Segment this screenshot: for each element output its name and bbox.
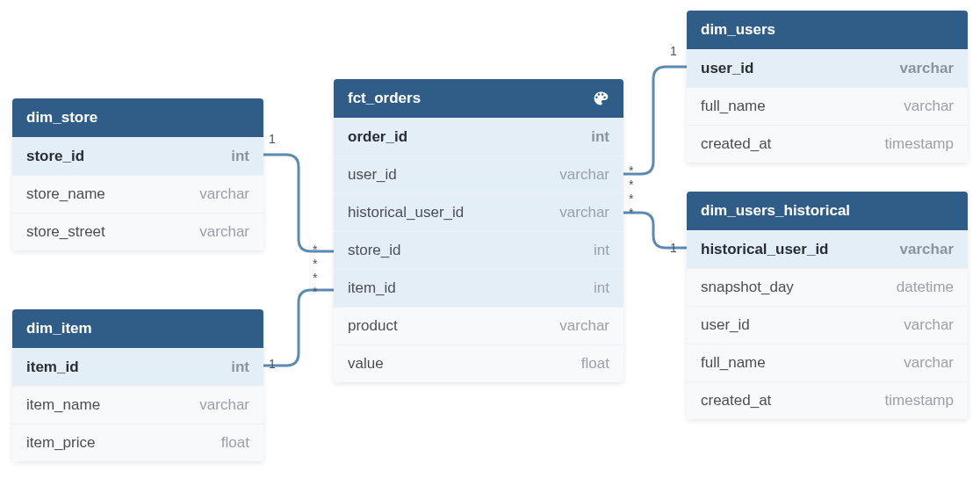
- table-row: item_name varchar: [12, 386, 263, 424]
- cardinality-one: 1: [670, 44, 677, 58]
- cardinality-many: *: [313, 285, 317, 299]
- column-type: timestamp: [885, 392, 954, 410]
- cardinality-many: *: [313, 257, 317, 271]
- column-name: store_id: [348, 242, 400, 259]
- table-row: value float: [334, 344, 623, 382]
- cardinality-many: *: [313, 243, 317, 257]
- cardinality-one: 1: [269, 357, 276, 371]
- table-row: store_name varchar: [12, 175, 263, 213]
- table-row: historical_user_id varchar: [687, 230, 968, 268]
- column-name: snapshot_day: [701, 279, 794, 296]
- cardinality-many: *: [629, 163, 633, 178]
- table-title: dim_store: [12, 98, 263, 137]
- column-name: user_id: [348, 166, 397, 184]
- table-row: full_name varchar: [687, 344, 968, 381]
- table-row: product varchar: [334, 307, 623, 344]
- table-row: user_id varchar: [334, 156, 623, 193]
- column-name: created_at: [701, 135, 771, 153]
- table-dim-users-historical[interactable]: dim_users_historical historical_user_id …: [687, 192, 968, 419]
- column-type: int: [231, 359, 249, 376]
- table-title-label: dim_users: [701, 21, 775, 39]
- column-type: timestamp: [885, 135, 954, 153]
- table-row: snapshot_day datetime: [687, 268, 968, 306]
- er-diagram-canvas: 1 * * 1 * * 1 * * 1 * * dim_store store_…: [0, 0, 980, 493]
- table-row: store_id int: [334, 231, 623, 269]
- column-type: varchar: [904, 316, 954, 334]
- cardinality-many: *: [629, 192, 633, 206]
- table-title-label: dim_users_historical: [701, 202, 850, 220]
- column-name: item_name: [26, 396, 100, 414]
- table-dim-item[interactable]: dim_item item_id int item_name varchar i…: [12, 309, 263, 461]
- column-name: user_id: [701, 60, 753, 77]
- column-type: varchar: [199, 185, 249, 203]
- column-type: int: [594, 242, 609, 259]
- table-title-label: dim_store: [26, 109, 97, 127]
- cardinality-many: *: [629, 178, 633, 192]
- column-type: varchar: [900, 60, 954, 77]
- column-type: varchar: [559, 204, 609, 221]
- cardinality-many: *: [313, 271, 317, 285]
- table-row: user_id varchar: [687, 306, 968, 344]
- table-title: dim_users: [687, 11, 968, 49]
- table-row: created_at timestamp: [687, 125, 968, 163]
- table-dim-users[interactable]: dim_users user_id varchar full_name varc…: [687, 11, 968, 163]
- table-row: item_price float: [12, 424, 263, 461]
- cardinality-one: 1: [670, 241, 677, 255]
- table-row: full_name varchar: [687, 87, 968, 125]
- column-name: item_id: [26, 359, 79, 376]
- column-name: historical_user_id: [701, 241, 829, 258]
- column-type: varchar: [904, 354, 954, 372]
- column-name: value: [348, 355, 384, 373]
- table-row: item_id int: [334, 269, 623, 307]
- table-title-label: dim_item: [26, 320, 92, 337]
- table-title-label: fct_orders: [348, 90, 421, 107]
- table-row: historical_user_id varchar: [334, 193, 623, 231]
- table-title: dim_users_historical: [687, 192, 968, 230]
- column-type: varchar: [559, 317, 609, 335]
- column-name: store_name: [26, 185, 105, 203]
- cardinality-many: *: [629, 206, 633, 220]
- column-type: int: [594, 279, 609, 297]
- table-title: fct_orders: [334, 79, 623, 118]
- column-name: product: [348, 317, 398, 335]
- table-dim-store[interactable]: dim_store store_id int store_name varcha…: [12, 98, 263, 250]
- column-type: int: [591, 128, 609, 146]
- column-name: created_at: [701, 392, 771, 410]
- column-type: varchar: [199, 396, 249, 414]
- column-type: varchar: [900, 241, 954, 258]
- palette-icon: [592, 90, 609, 107]
- table-title: dim_item: [12, 309, 263, 348]
- column-type: int: [231, 148, 249, 165]
- table-fct-orders[interactable]: fct_orders order_id int user_id varchar …: [334, 79, 623, 382]
- column-name: store_street: [26, 223, 105, 241]
- table-row: created_at timestamp: [687, 381, 968, 419]
- table-row: user_id varchar: [687, 49, 968, 87]
- column-name: full_name: [701, 98, 766, 115]
- table-row: item_id int: [12, 348, 263, 386]
- cardinality-one: 1: [269, 132, 276, 146]
- column-name: item_price: [26, 434, 95, 452]
- column-type: float: [221, 434, 249, 452]
- table-row: order_id int: [334, 118, 623, 156]
- column-type: datetime: [897, 279, 954, 296]
- column-name: store_id: [26, 148, 84, 165]
- table-row: store_street varchar: [12, 213, 263, 250]
- column-type: varchar: [559, 166, 609, 184]
- column-name: historical_user_id: [348, 204, 464, 221]
- column-name: user_id: [701, 316, 750, 334]
- column-name: item_id: [348, 279, 396, 297]
- column-name: order_id: [348, 128, 407, 146]
- column-type: varchar: [199, 223, 249, 241]
- table-row: store_id int: [12, 137, 263, 175]
- column-type: float: [581, 355, 609, 373]
- column-type: varchar: [904, 98, 954, 115]
- column-name: full_name: [701, 354, 766, 372]
